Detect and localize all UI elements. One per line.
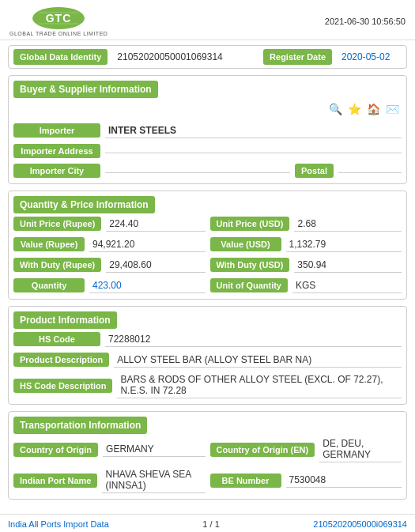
indian-port-name-value: NHAVA SHEVA SEA (INNSA1) — [102, 467, 205, 493]
importer-address-value — [105, 149, 402, 153]
value-row: Value (Rupee) 94,921.20 Value (USD) 1,13… — [9, 234, 406, 255]
with-duty-row: With Duty (Rupee) 29,408.60 With Duty (U… — [9, 255, 406, 275]
gdi-register-value: 2020-05-02 — [338, 50, 402, 64]
product-description-label: Product Description — [13, 353, 109, 367]
quantity-label: Quantity — [13, 278, 85, 292]
hs-code-description-row: HS Code Description BARS & RODS OF OTHER… — [9, 370, 406, 401]
with-duty-usd-value: 350.94 — [294, 258, 402, 273]
indian-port-name-label: Indian Port Name — [13, 474, 97, 488]
postal-label: Postal — [295, 164, 334, 178]
logo: GTC GLOBAL TRADE ONLINE LIMITED — [9, 6, 108, 36]
hs-code-description-value: BARS & RODS OF OTHER ALLOY STEEL (EXCL. … — [117, 372, 402, 398]
quantity-row: Quantity 423.00 Unit of Quantity KGS — [9, 275, 406, 296]
search-icon[interactable]: 🔍 — [327, 101, 343, 117]
gdi-label: Global Data Identity — [13, 49, 108, 65]
port-be-row: Indian Port Name NHAVA SHEVA SEA (INNSA1… — [9, 465, 406, 496]
hs-code-label: HS Code — [13, 332, 100, 346]
product-description-value: ALLOY STEEL BAR (ALLOY STEEL BAR NA) — [114, 353, 402, 368]
value-rupee-label: Value (Rupee) — [13, 237, 85, 251]
with-duty-rupee-value: 29,408.60 — [106, 258, 205, 273]
product-section: Product Information HS Code 72288012 Pro… — [8, 306, 407, 405]
quantity-price-section: Quantity & Price Information Unit Price … — [8, 191, 407, 300]
hs-code-row: HS Code 72288012 — [9, 329, 406, 349]
unit-price-usd-label: Unit Price (USD) — [210, 217, 290, 231]
value-usd-label: Value (USD) — [210, 237, 281, 251]
gdi-row: Global Data Identity 2105202005000106931… — [8, 45, 407, 69]
importer-value: INTER STEELS — [105, 123, 402, 138]
footer-link[interactable]: India All Ports Import Data — [8, 519, 109, 529]
value-rupee-value: 94,921.20 — [89, 237, 206, 252]
with-duty-usd-label: With Duty (USD) — [210, 258, 290, 272]
value-usd-value: 1,132.79 — [286, 237, 402, 252]
importer-address-row: Importer Address — [9, 141, 406, 161]
gdi-register-label: Register Date — [263, 49, 332, 65]
country-of-origin-row: Country of Origin GERMANY Country of Ori… — [9, 434, 406, 465]
transportation-header: Transportation Information — [13, 417, 147, 434]
gdi-value: 21052020050001069314 — [114, 50, 257, 64]
country-of-origin-en-label: Country of Origin (EN) — [210, 443, 315, 457]
with-duty-rupee-label: With Duty (Rupee) — [13, 258, 101, 272]
importer-address-label: Importer Address — [13, 144, 100, 158]
hs-code-description-label: HS Code Description — [13, 379, 112, 393]
unit-price-row: Unit Price (Rupee) 224.40 Unit Price (US… — [9, 213, 406, 234]
logo-icon: GTC — [31, 6, 86, 30]
country-of-origin-value: GERMANY — [103, 442, 205, 457]
buyer-supplier-section: Buyer & Supplier Information 🔍 ⭐ 🏠 ✉️ Im… — [8, 75, 407, 184]
be-number-label: BE Number — [210, 474, 281, 488]
importer-city-value — [105, 169, 290, 173]
logo-text: GLOBAL TRADE ONLINE LIMITED — [9, 31, 108, 36]
footer-page: 1 / 1 — [202, 519, 219, 529]
quantity-value: 423.00 — [89, 278, 206, 293]
country-of-origin-label: Country of Origin — [13, 443, 98, 457]
importer-city-label: Importer City — [13, 164, 100, 178]
transportation-section: Transportation Information Country of Or… — [8, 411, 407, 500]
header: GTC GLOBAL TRADE ONLINE LIMITED 2021-06-… — [0, 0, 415, 40]
footer-id: 2105202005000i069314 — [313, 519, 407, 529]
unit-price-rupee-value: 224.40 — [106, 217, 205, 232]
quantity-price-header: Quantity & Price Information — [13, 196, 155, 213]
footer: India All Ports Import Data 1 / 1 210520… — [0, 514, 415, 532]
svg-text:GTC: GTC — [46, 12, 72, 25]
importer-label: Importer — [13, 123, 100, 138]
unit-price-rupee-label: Unit Price (Rupee) — [13, 217, 101, 231]
city-postal-row: Importer City Postal — [9, 161, 406, 180]
postal-value — [338, 169, 402, 173]
unit-of-quantity-value: KGS — [292, 278, 402, 293]
hs-code-value: 72288012 — [105, 332, 402, 347]
product-description-row: Product Description ALLOY STEEL BAR (ALL… — [9, 349, 406, 370]
buyer-supplier-header: Buyer & Supplier Information — [13, 81, 158, 98]
importer-row: Importer INTER STEELS — [9, 120, 406, 141]
be-number-value: 7530048 — [286, 473, 402, 488]
header-datetime: 2021-06-30 10:56:50 — [325, 17, 406, 26]
country-of-origin-en-value: DE, DEU, GERMANY — [319, 436, 402, 462]
product-header: Product Information — [13, 311, 117, 329]
star-icon[interactable]: ⭐ — [346, 101, 362, 117]
unit-price-usd-value: 2.68 — [294, 217, 402, 232]
email-icon[interactable]: ✉️ — [384, 101, 400, 117]
unit-of-quantity-label: Unit of Quantity — [210, 278, 289, 292]
home-icon[interactable]: 🏠 — [365, 101, 381, 117]
